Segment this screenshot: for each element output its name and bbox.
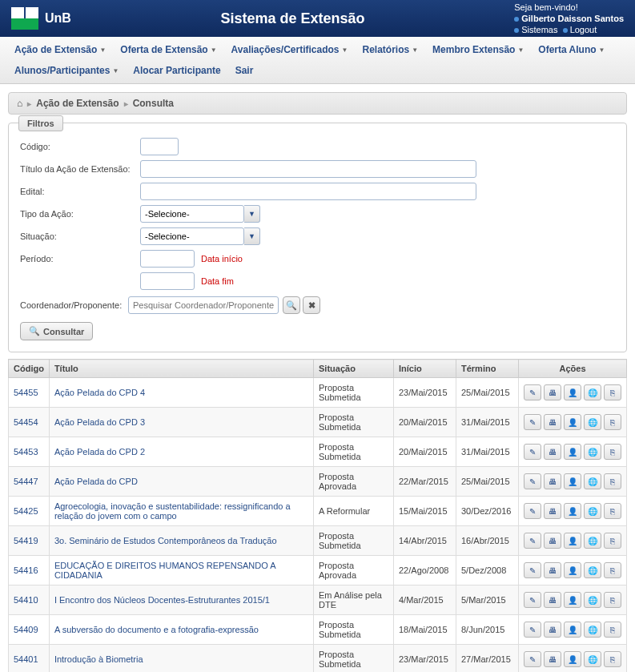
table-row: 54454 Ação Pelada do CPD 3 Proposta Subm… (9, 408, 627, 437)
edit-button[interactable]: ✎ (524, 384, 541, 400)
user-button[interactable]: 👤 (564, 414, 581, 430)
print-button[interactable]: 🖶 (544, 592, 561, 608)
link-sistemas[interactable]: Sistemas (521, 25, 557, 34)
user-button[interactable]: 👤 (564, 651, 581, 667)
cell-codigo: 54401 (9, 645, 50, 673)
print-button[interactable]: 🖶 (544, 503, 561, 519)
menu-item[interactable]: Sair (229, 61, 260, 80)
search-icon: 🔍 (286, 300, 297, 311)
edit-button[interactable]: ✎ (524, 503, 541, 519)
consultar-button[interactable]: 🔍 Consultar (20, 322, 93, 340)
menu-item[interactable]: Alunos/Participantes▼ (8, 61, 125, 80)
input-coordenador[interactable] (128, 296, 279, 314)
print-button[interactable]: 🖶 (544, 562, 561, 578)
cell-titulo[interactable]: I Encontro dos Núcleos Docentes-Estrutur… (49, 585, 313, 615)
col-acoes: Ações (519, 360, 627, 378)
globe-button[interactable]: 🌐 (584, 444, 601, 460)
clear-coord-button[interactable]: ✖ (303, 296, 320, 314)
cell-situacao: Proposta Submetida (314, 526, 394, 556)
globe-button[interactable]: 🌐 (584, 651, 601, 667)
input-data-fim[interactable] (140, 272, 195, 290)
user-button[interactable]: 👤 (564, 384, 581, 400)
edit-button[interactable]: ✎ (524, 473, 541, 489)
user-button[interactable]: 👤 (564, 562, 581, 578)
cell-titulo[interactable]: Ação Pelada do CPD 4 (49, 378, 313, 408)
link-button[interactable]: ⎘ (604, 533, 621, 549)
user-button[interactable]: 👤 (564, 473, 581, 489)
menu-item[interactable]: Avaliações/Certificados▼ (225, 40, 355, 59)
cell-titulo[interactable]: 3o. Seminário de Estudos Contemporâneos … (49, 526, 313, 556)
menu-item[interactable]: Ação de Extensão▼ (8, 40, 112, 59)
chevron-down-icon[interactable]: ▼ (244, 205, 260, 223)
col-titulo[interactable]: Título (49, 360, 313, 378)
select-situacao[interactable] (140, 227, 244, 245)
link-button[interactable]: ⎘ (604, 651, 621, 667)
user-button[interactable]: 👤 (564, 622, 581, 638)
edit-button[interactable]: ✎ (524, 622, 541, 638)
link-button[interactable]: ⎘ (604, 384, 621, 400)
chevron-down-icon: ▼ (517, 46, 524, 54)
menu-item[interactable]: Oferta de Extensão▼ (114, 40, 223, 59)
cell-titulo[interactable]: Ação Pelada do CPD 3 (49, 408, 313, 437)
print-button[interactable]: 🖶 (544, 473, 561, 489)
link-button[interactable]: ⎘ (604, 473, 621, 489)
cell-titulo[interactable]: Introdução à Biometria (49, 645, 313, 673)
menu-item[interactable]: Relatórios▼ (356, 40, 424, 59)
edit-button[interactable]: ✎ (524, 444, 541, 460)
user-button[interactable]: 👤 (564, 503, 581, 519)
col-situacao[interactable]: Situação (314, 360, 394, 378)
cell-inicio: 14/Abr/2015 (394, 526, 456, 556)
col-inicio[interactable]: Início (394, 360, 456, 378)
link-button[interactable]: ⎘ (604, 562, 621, 578)
cell-inicio: 20/Mai/2015 (394, 437, 456, 467)
globe-button[interactable]: 🌐 (584, 562, 601, 578)
col-codigo[interactable]: Código (9, 360, 50, 378)
cell-titulo[interactable]: Ação Pelada do CPD 2 (49, 437, 313, 467)
link-button[interactable]: ⎘ (604, 622, 621, 638)
select-tipo[interactable] (140, 205, 244, 223)
print-button[interactable]: 🖶 (544, 622, 561, 638)
globe-button[interactable]: 🌐 (584, 622, 601, 638)
chevron-down-icon[interactable]: ▼ (244, 227, 260, 245)
menu-item[interactable]: Membro Extensão▼ (426, 40, 530, 59)
edit-button[interactable]: ✎ (524, 562, 541, 578)
input-titulo[interactable] (140, 160, 476, 178)
input-edital[interactable] (140, 183, 476, 200)
menu-item[interactable]: Oferta Aluno▼ (532, 40, 611, 59)
user-button[interactable]: 👤 (564, 533, 581, 549)
globe-button[interactable]: 🌐 (584, 414, 601, 430)
link-button[interactable]: ⎘ (604, 414, 621, 430)
user-button[interactable]: 👤 (564, 444, 581, 460)
user-button[interactable]: 👤 (564, 592, 581, 608)
globe-button[interactable]: 🌐 (584, 533, 601, 549)
cell-titulo[interactable]: A subversão do documento e a fotografia-… (49, 615, 313, 645)
print-button[interactable]: 🖶 (544, 533, 561, 549)
search-coord-button[interactable]: 🔍 (283, 296, 300, 314)
link-button[interactable]: ⎘ (604, 503, 621, 519)
edit-button[interactable]: ✎ (524, 592, 541, 608)
globe-button[interactable]: 🌐 (584, 473, 601, 489)
cell-situacao: Proposta Aprovada (314, 467, 394, 497)
print-button[interactable]: 🖶 (544, 651, 561, 667)
col-termino[interactable]: Término (456, 360, 519, 378)
globe-button[interactable]: 🌐 (584, 384, 601, 400)
menu-item[interactable]: Alocar Participante (127, 61, 227, 80)
globe-button[interactable]: 🌐 (584, 503, 601, 519)
print-button[interactable]: 🖶 (544, 444, 561, 460)
home-icon[interactable]: ⌂ (17, 98, 22, 109)
input-data-inicio[interactable] (140, 250, 195, 268)
globe-button[interactable]: 🌐 (584, 592, 601, 608)
link-button[interactable]: ⎘ (604, 444, 621, 460)
print-button[interactable]: 🖶 (544, 414, 561, 430)
breadcrumb-l1[interactable]: Ação de Extensão (36, 98, 119, 109)
print-button[interactable]: 🖶 (544, 384, 561, 400)
input-codigo[interactable] (140, 138, 179, 155)
edit-button[interactable]: ✎ (524, 414, 541, 430)
edit-button[interactable]: ✎ (524, 651, 541, 667)
link-button[interactable]: ⎘ (604, 592, 621, 608)
link-logout[interactable]: Logout (570, 25, 597, 34)
cell-titulo[interactable]: Ação Pelada do CPD (49, 467, 313, 497)
edit-button[interactable]: ✎ (524, 533, 541, 549)
cell-titulo[interactable]: Agroecologia, inovação e sustentabilidad… (49, 497, 313, 526)
cell-titulo[interactable]: EDUCAÇÃO E DIREITOS HUMANOS REPENSANDO A… (49, 556, 313, 585)
